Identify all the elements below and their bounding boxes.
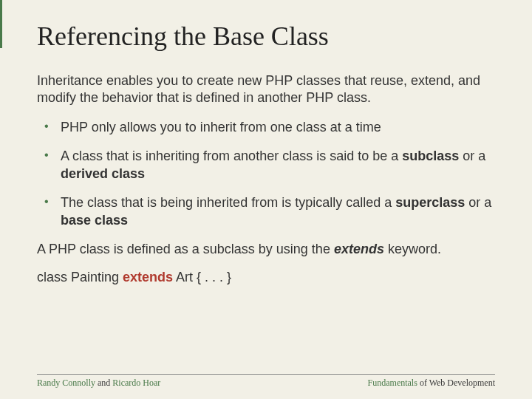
extends-keyword: extends bbox=[334, 242, 384, 256]
code-text: Art { . . . } bbox=[173, 270, 231, 284]
code-text: class Painting bbox=[37, 270, 123, 284]
list-item: PHP only allows you to inherit from one … bbox=[43, 119, 495, 136]
bullet-text: PHP only allows you to inherit from one … bbox=[61, 120, 381, 134]
extends-keyword-red: extends bbox=[123, 270, 173, 284]
bullet-text: or a bbox=[459, 149, 485, 163]
bullet-bold: base class bbox=[61, 213, 128, 228]
footer-book: Fundamentals of Web Development bbox=[368, 378, 495, 389]
list-item: The class that is being inherited from i… bbox=[43, 194, 495, 229]
bullet-text: The class that is being inherited from i… bbox=[61, 195, 395, 210]
footer-authors: Randy Connolly and Ricardo Hoar bbox=[37, 378, 160, 389]
bullet-list: PHP only allows you to inherit from one … bbox=[43, 119, 495, 229]
bullet-text: A class that is inheriting from another … bbox=[61, 149, 402, 163]
extends-paragraph: A PHP class is defined as a subclass by … bbox=[37, 241, 495, 258]
author-name: Randy Connolly bbox=[37, 378, 95, 388]
footer-text: and bbox=[95, 378, 112, 388]
book-title-part: Fundamentals bbox=[368, 378, 417, 388]
bullet-bold: subclass bbox=[402, 149, 459, 163]
footer: Randy Connolly and Ricardo Hoar Fundamen… bbox=[37, 374, 495, 389]
bullet-text: or a bbox=[465, 195, 491, 210]
bullet-bold: superclass bbox=[395, 195, 465, 210]
para-text: keyword. bbox=[384, 242, 441, 256]
footer-text: of Web Development bbox=[417, 378, 495, 388]
slide-title: Referencing the Base Class bbox=[37, 21, 495, 52]
author-name: Ricardo Hoar bbox=[112, 378, 160, 388]
code-example: class Painting extends Art { . . . } bbox=[37, 270, 495, 285]
list-item: A class that is inheriting from another … bbox=[43, 148, 495, 183]
para-text: A PHP class is defined as a subclass by … bbox=[37, 242, 334, 256]
accent-bar bbox=[0, 0, 2, 399]
bullet-bold: derived class bbox=[61, 166, 145, 181]
intro-paragraph: Inheritance enables you to create new PH… bbox=[37, 72, 495, 106]
